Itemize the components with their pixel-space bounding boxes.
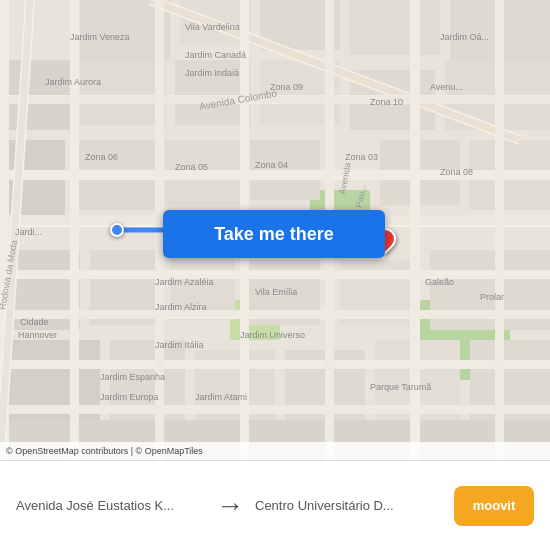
- svg-text:Jardim Indaiá: Jardim Indaiá: [185, 68, 239, 78]
- svg-text:Jardim Europa: Jardim Europa: [100, 392, 159, 402]
- svg-text:Avenu...: Avenu...: [430, 82, 463, 92]
- destination-info: Centro Universitário D...: [255, 498, 444, 513]
- route-arrow-container: →: [205, 490, 255, 522]
- svg-text:Jardi...: Jardi...: [15, 227, 42, 237]
- attribution-text: © OpenStreetMap contributors | © OpenMap…: [6, 446, 203, 456]
- svg-text:Prolar: Prolar: [480, 292, 504, 302]
- svg-text:Vila Emília: Vila Emília: [255, 287, 297, 297]
- origin-info: Avenida José Eustatios K...: [16, 498, 205, 513]
- svg-text:Jardim Universo: Jardim Universo: [240, 330, 305, 340]
- svg-text:Vila Vardelina: Vila Vardelina: [185, 22, 240, 32]
- route-arrow-icon: →: [216, 490, 244, 522]
- svg-rect-10: [80, 60, 165, 125]
- svg-text:Jardim Alzira: Jardim Alzira: [155, 302, 207, 312]
- svg-text:Jardim Azaléia: Jardim Azaléia: [155, 277, 214, 287]
- svg-text:Jardim Itália: Jardim Itália: [155, 340, 204, 350]
- svg-text:Jardim Aurora: Jardim Aurora: [45, 77, 101, 87]
- svg-text:Jardim Veneza: Jardim Veneza: [70, 32, 130, 42]
- destination-label: Centro Universitário D...: [255, 498, 444, 513]
- svg-text:Zona 05: Zona 05: [175, 162, 208, 172]
- svg-rect-51: [495, 0, 504, 460]
- map-container: Jardim Veneza Vila Vardelina Jardim Cana…: [0, 0, 550, 460]
- svg-text:Galeão: Galeão: [425, 277, 454, 287]
- info-bar: Avenida José Eustatios K... → Centro Uni…: [0, 460, 550, 550]
- moovit-logo-text: moovit: [473, 498, 516, 513]
- svg-text:Jardim Atami: Jardim Atami: [195, 392, 247, 402]
- svg-rect-7: [350, 0, 440, 55]
- svg-text:Zona 08: Zona 08: [440, 167, 473, 177]
- svg-text:Zona 04: Zona 04: [255, 160, 288, 170]
- svg-rect-43: [0, 360, 550, 369]
- svg-text:Zona 03: Zona 03: [345, 152, 378, 162]
- svg-text:Cidade: Cidade: [20, 317, 49, 327]
- origin-marker: [110, 223, 124, 237]
- svg-text:Zona 10: Zona 10: [370, 97, 403, 107]
- svg-rect-44: [0, 405, 550, 414]
- svg-text:Zona 06: Zona 06: [85, 152, 118, 162]
- svg-rect-42: [0, 310, 550, 319]
- svg-rect-46: [70, 0, 79, 460]
- svg-text:Jardim Canadá: Jardim Canadá: [185, 50, 246, 60]
- origin-label: Avenida José Eustatios K...: [16, 498, 205, 513]
- svg-text:Parque Tarumã: Parque Tarumã: [370, 382, 431, 392]
- svg-text:Jardim Espanha: Jardim Espanha: [100, 372, 165, 382]
- moovit-logo: moovit: [454, 486, 534, 526]
- svg-text:Jardim Oá...: Jardim Oá...: [440, 32, 489, 42]
- svg-rect-41: [0, 270, 550, 279]
- take-me-there-button[interactable]: Take me there: [163, 210, 385, 258]
- map-attribution: © OpenStreetMap contributors | © OpenMap…: [0, 442, 550, 460]
- button-label: Take me there: [214, 224, 334, 245]
- svg-text:Hannover: Hannover: [18, 330, 57, 340]
